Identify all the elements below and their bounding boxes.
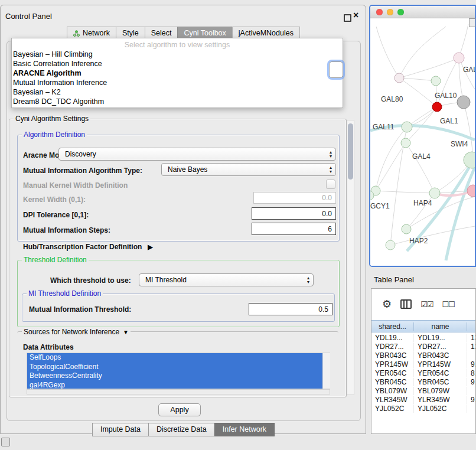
mi-threshold-input[interactable]: 0.5 (249, 303, 332, 315)
mi-algorithm-type-select[interactable]: Naive Bayes (161, 163, 336, 176)
algorithm-option-bayesian-k2[interactable]: Bayesian – K2 (12, 87, 343, 97)
list-vertical-scrollbar[interactable] (322, 353, 330, 389)
settings-scrollbar-thumb[interactable] (348, 123, 353, 180)
which-threshold-select[interactable]: MI Threshold (139, 273, 314, 286)
table-cell: YBL079W (371, 387, 414, 395)
table-cell: YLR345W (371, 396, 414, 404)
dpi-tolerance-label: DPI Tolerance [0,1]: (23, 210, 89, 220)
network-node[interactable] (386, 240, 395, 250)
aracne-mode-select[interactable]: Discovery (58, 148, 336, 161)
table-row[interactable]: YDL19...YDL19...13 (371, 333, 476, 342)
network-node[interactable] (395, 73, 404, 83)
table-row[interactable]: YBL079WYBL079W (371, 386, 476, 395)
algorithm-option-mutual-information-inference[interactable]: Mutual Information Inference (12, 78, 343, 87)
algorithm-definition-title: Algorithm Definition (22, 131, 87, 139)
algorithm-dropdown-popup: Select algorithm to view settings Bayesi… (11, 38, 343, 108)
algorithm-option-bayesian-hill-climbing[interactable]: Bayesian – Hill Climbing (12, 50, 343, 59)
algorithm-option-basic-correlation-inference[interactable]: Basic Correlation Inference (12, 59, 343, 69)
minimize-button[interactable] (387, 9, 393, 15)
kernel-width-input[interactable]: 0.0 (253, 192, 336, 204)
column-header-1[interactable]: shared... (371, 322, 414, 331)
column-header-2[interactable]: name (414, 322, 467, 331)
network-canvas[interactable]: GAL80GAL10GAL1GAL11SWI4GAL4GCY1HAP4HAP2G… (370, 18, 475, 266)
node-label-gal10: GAL10 (435, 92, 457, 100)
data-attributes-list: SelfLoopsTopologicalCoefficientBetweenne… (27, 353, 330, 389)
dpi-tolerance-input[interactable]: 0.0 (252, 207, 336, 220)
updown-arrows-icon (330, 165, 332, 174)
gear-icon[interactable] (382, 298, 392, 311)
algorithm-combo-button[interactable] (329, 61, 343, 78)
network-node[interactable] (401, 138, 410, 148)
taskbar-panel-icon[interactable] (1, 438, 10, 446)
table-row[interactable]: YBR045CYBR045C9. (371, 377, 476, 386)
sources-section-toggle[interactable]: Sources for Network Inference (22, 327, 131, 337)
network-edge (376, 27, 399, 78)
hub-section-label: Hub/Transcription Factor Definition (23, 243, 142, 251)
table-cell: YER054C (414, 369, 467, 377)
table-cell: YBL079W (414, 387, 467, 395)
updown-arrows-icon (330, 150, 332, 158)
settings-group-title: Cyni Algorithm Settings (14, 115, 90, 123)
attribute-item-topologicalcoefficient[interactable]: TopologicalCoefficient (27, 363, 323, 372)
network-node[interactable] (457, 96, 470, 109)
hub-section-toggle[interactable]: Hub/Transcription Factor Definition (23, 242, 153, 252)
attribute-item-gal4rgexp[interactable]: gal4RGexp (27, 381, 323, 390)
network-view-window: GAL80GAL10GAL1GAL11SWI4GAL4GCY1HAP4HAP2G… (369, 5, 476, 267)
network-scrollbar-button[interactable] (469, 18, 475, 27)
manual-kernel-width-label: Manual Kernel Width Definition (23, 180, 128, 191)
which-threshold-value: MI Threshold (145, 276, 187, 284)
network-node[interactable] (454, 53, 464, 63)
manual-kernel-width-checkbox[interactable] (326, 180, 335, 189)
node-label-gal: GAL (463, 66, 475, 74)
table-cell: 8. (467, 369, 476, 377)
network-node[interactable] (429, 188, 440, 198)
network-node[interactable] (432, 102, 442, 112)
sources-section-label: Sources for Network Inference (24, 328, 119, 336)
network-node[interactable] (402, 122, 412, 132)
column-selector-icon[interactable] (400, 299, 412, 309)
table-row[interactable]: YBR043CYBR043C (371, 351, 476, 360)
bottom-tab-discretize-data[interactable]: Discretize Data (148, 423, 215, 436)
algorithm-option-aracne-algorithm[interactable]: ARACNE Algorithm (12, 69, 343, 78)
apply-button[interactable]: Apply (158, 403, 201, 416)
mi-threshold-definition-title: MI Threshold Definition (27, 289, 103, 298)
close-button[interactable] (376, 9, 383, 15)
table-row[interactable]: YLR345WYLR345W9. (371, 395, 476, 404)
table-row[interactable]: YPR145WYPR145W9. (371, 360, 476, 369)
network-window-titlebar[interactable] (370, 6, 475, 18)
table-cell: YBR045C (414, 378, 467, 386)
select-unchecked-icon[interactable] (442, 300, 454, 309)
network-node[interactable] (431, 76, 441, 86)
table-cell: 9. (467, 396, 476, 404)
table-row[interactable]: YER054CYER054C8. (371, 369, 476, 377)
mi-steps-label: Mutual Information Steps: (23, 225, 110, 236)
bottom-tab-infer-network[interactable]: Infer Network (214, 423, 275, 436)
table-row[interactable]: YJL052CYJL052C (371, 404, 476, 413)
network-edge (399, 78, 436, 81)
bottom-tab-bar: Impute DataDiscretize DataInfer Network (1, 423, 367, 436)
which-threshold-label: Which threshold to use: (50, 275, 131, 286)
network-graph[interactable]: GAL80GAL10GAL1GAL11SWI4GAL4GCY1HAP4HAP2G… (370, 18, 475, 266)
collapse-down-icon (119, 328, 129, 336)
network-node[interactable] (402, 224, 411, 234)
float-window-icon[interactable] (344, 14, 351, 22)
table-row[interactable]: YDR27...YDR27...12 (371, 342, 476, 351)
attribute-item-betweennesscentrality[interactable]: BetweennessCentrality (27, 371, 323, 381)
zoom-button[interactable] (397, 9, 404, 15)
node-label-gal80: GAL80 (381, 95, 403, 103)
bottom-tab-impute-data[interactable]: Impute Data (92, 423, 149, 436)
algorithm-option-dream8-dc-tdc-algorithm[interactable]: Dream8 DC_TDC Algorithm (12, 97, 343, 106)
expand-right-icon (142, 243, 152, 251)
desktop: Control Panel NetworkStyleSelectCyni Too… (0, 0, 476, 450)
attribute-item-selfloops[interactable]: SelfLoops (27, 353, 323, 363)
network-node[interactable] (464, 152, 475, 168)
table-cell: YPR145W (371, 360, 414, 369)
network-edge (399, 27, 446, 78)
close-icon[interactable] (353, 10, 358, 21)
list-horizontal-scrollbar[interactable] (27, 389, 330, 394)
table-cell: YJL052C (371, 405, 414, 413)
table-cell: YBR043C (414, 351, 467, 360)
mi-steps-input[interactable]: 6 (252, 223, 336, 235)
table-cell: YDL19... (414, 334, 467, 342)
select-checked-icon[interactable] (420, 300, 433, 309)
